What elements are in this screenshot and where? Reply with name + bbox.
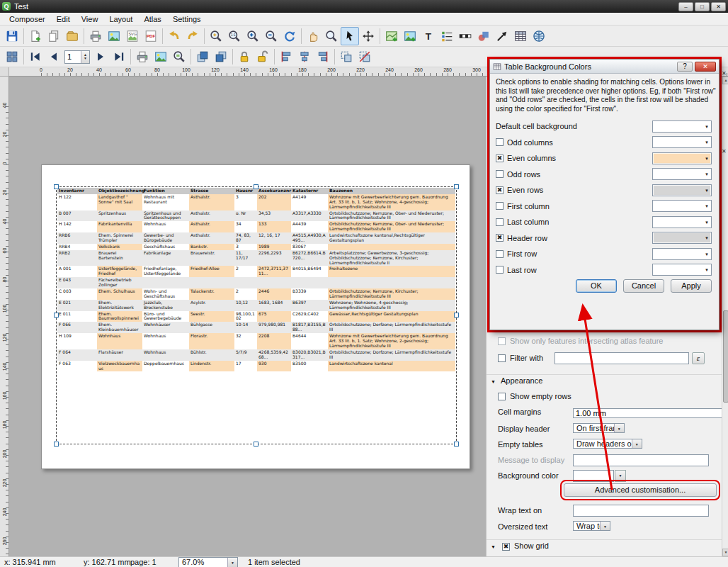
show-empty-rows-checkbox[interactable]	[498, 393, 506, 400]
advanced-customisation-button[interactable]: Advanced customisation...	[564, 483, 717, 497]
selection-handle[interactable]	[54, 313, 59, 318]
appearance-section-header[interactable]: Appearance	[501, 375, 542, 387]
atlas-export-button[interactable]	[152, 47, 170, 66]
last-column-color-button[interactable]: ▼	[652, 216, 712, 228]
add-legend-button[interactable]	[438, 27, 456, 45]
zoom-button[interactable]	[322, 27, 341, 45]
align-right-button[interactable]	[314, 47, 332, 66]
print-button[interactable]	[86, 27, 105, 45]
cancel-button[interactable]: Cancel	[623, 279, 664, 293]
add-image-button[interactable]	[401, 27, 419, 45]
save-button[interactable]	[3, 27, 21, 45]
attribute-table-item[interactable]: InventarnrObjektbezeichnungFunktionStras…	[57, 187, 456, 444]
close-icon[interactable]: ✕	[711, 2, 726, 11]
atlas-next-button[interactable]	[91, 47, 110, 66]
dock-grid-button[interactable]	[3, 47, 21, 66]
redo-button[interactable]	[183, 27, 202, 45]
even-columns-color-button[interactable]: ▼	[652, 152, 712, 164]
first-column-checkbox[interactable]	[496, 202, 504, 210]
scroll-up-icon[interactable]: ▲	[722, 77, 728, 84]
menu-layout[interactable]: Layout	[104, 14, 137, 24]
panel-close-icon[interactable]: ✕	[722, 148, 728, 155]
atlas-prev-button[interactable]	[45, 47, 63, 66]
raise-items-button[interactable]	[193, 47, 212, 66]
even-rows-color-button[interactable]: ▼	[652, 184, 712, 196]
selection-handle[interactable]	[54, 184, 59, 189]
selection-handle[interactable]	[254, 184, 258, 189]
undo-button[interactable]	[165, 27, 183, 45]
cell-margins-value[interactable]	[574, 406, 728, 420]
odd-rows-color-button[interactable]: ▼	[652, 168, 712, 180]
menu-composer[interactable]: Composer	[4, 14, 50, 24]
wrap-text-input[interactable]	[573, 505, 709, 517]
odd-rows-checkbox[interactable]	[496, 170, 504, 178]
group-items-button[interactable]	[337, 47, 356, 66]
atlas-page-spinner[interactable]: ▲▼	[81, 51, 89, 63]
duplicate-composition-button[interactable]	[45, 27, 63, 45]
default-cell-background-color-button[interactable]: ▼	[652, 120, 712, 133]
menu-settings[interactable]: Settings	[168, 14, 206, 24]
zoom-out-button[interactable]	[262, 27, 280, 45]
apply-button[interactable]: Apply	[671, 279, 712, 293]
last-column-checkbox[interactable]	[496, 218, 504, 226]
zoom-actual-button[interactable]: 1:1	[225, 27, 244, 45]
message-to-display-input[interactable]	[573, 454, 709, 466]
first-row-color-button[interactable]: ▼	[652, 248, 712, 260]
selection-handle[interactable]	[454, 442, 459, 447]
filter-expression-input[interactable]	[554, 352, 689, 364]
atlas-preview-button[interactable]	[170, 47, 188, 66]
first-row-checkbox[interactable]	[496, 250, 504, 258]
composition-manager-button[interactable]	[63, 27, 81, 45]
oversized-text-combo[interactable]: Wrap text ▼	[573, 521, 610, 531]
align-hcenter-button[interactable]	[295, 47, 314, 66]
chevron-down-icon[interactable]: ▼	[491, 540, 496, 554]
ok-button[interactable]: OK	[576, 279, 617, 293]
help-button[interactable]: ?	[677, 62, 693, 72]
add-scalebar-button[interactable]	[456, 27, 474, 45]
last-row-checkbox[interactable]	[496, 266, 504, 274]
add-label-button[interactable]: T	[419, 27, 438, 45]
atlas-first-button[interactable]	[26, 47, 45, 66]
cell-margins-stepper[interactable]: ▲▼	[573, 408, 728, 418]
panel-close-icon[interactable]: ✕	[722, 70, 728, 77]
show-grid-label[interactable]: Show grid	[514, 540, 549, 552]
add-new-map-button[interactable]	[382, 27, 401, 45]
refresh-button[interactable]	[280, 27, 299, 45]
odd-columns-color-button[interactable]: ▼	[652, 136, 712, 148]
atlas-print-button[interactable]	[133, 47, 152, 66]
zoom-in-button[interactable]	[244, 27, 262, 45]
expression-builder-button[interactable]: ε	[692, 352, 705, 364]
add-arrow-button[interactable]	[493, 27, 511, 45]
zoom-level-combo[interactable]: 67.0% ▼	[178, 557, 238, 567]
add-html-button[interactable]	[530, 27, 548, 45]
display-header-combo[interactable]: On first frame ▼	[573, 423, 625, 433]
dialog-close-icon[interactable]: ✕	[695, 62, 716, 72]
header-row-color-button[interactable]: ▼	[652, 232, 712, 244]
atlas-last-button[interactable]	[110, 47, 128, 66]
atlas-page-input[interactable]: ▲▼	[64, 50, 90, 64]
dialog-titlebar[interactable]: Table Background Colors ? ✕	[490, 60, 719, 74]
add-attribute-table-button[interactable]	[511, 27, 530, 45]
selection-handle[interactable]	[54, 442, 59, 447]
export-pdf-button[interactable]: PDF	[142, 27, 160, 45]
chevron-down-icon[interactable]: ▼	[491, 375, 496, 388]
pan-button[interactable]	[304, 27, 322, 45]
scrollbar-thumb[interactable]	[723, 310, 728, 403]
minimize-icon[interactable]: –	[678, 2, 693, 11]
first-column-color-button[interactable]: ▼	[652, 200, 712, 212]
unlock-items-button[interactable]	[254, 47, 272, 66]
scroll-down-icon[interactable]: ▼	[722, 549, 728, 556]
lock-items-button[interactable]	[235, 47, 254, 66]
export-image-button[interactable]	[105, 27, 123, 45]
export-svg-button[interactable]: SVG	[123, 27, 142, 45]
composer-canvas[interactable]: InventarnrObjektbezeichnungFunktionStras…	[9, 77, 486, 556]
zoom-full-button[interactable]	[207, 27, 225, 45]
ungroup-items-button[interactable]	[356, 47, 374, 66]
show-grid-checkbox[interactable]: ✖	[502, 543, 510, 551]
move-item-content-button[interactable]	[359, 27, 377, 45]
add-shape-button[interactable]	[474, 27, 493, 45]
atlas-feature-checkbox[interactable]	[498, 337, 506, 345]
align-left-button[interactable]	[277, 47, 295, 66]
selection-handle[interactable]	[454, 184, 459, 189]
selection-handle[interactable]	[254, 442, 258, 447]
